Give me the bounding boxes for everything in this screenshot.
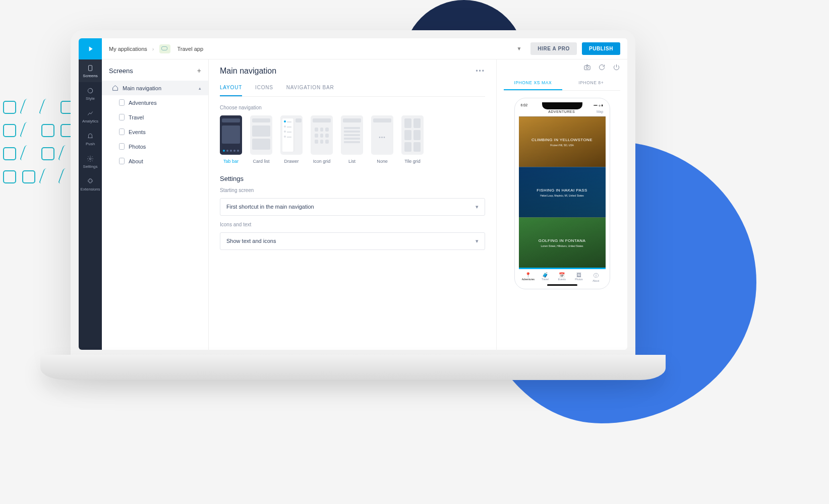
svg-rect-0 bbox=[89, 66, 92, 71]
tree-item-travel[interactable]: Travel bbox=[102, 110, 208, 124]
home-icon bbox=[112, 85, 119, 91]
refresh-icon[interactable] bbox=[598, 64, 606, 71]
tabbar-events: 📅Events bbox=[554, 272, 571, 282]
device-preview: 6:02 ••• ⏚ ▮ ADVENTURES Map CLIMBING IN … bbox=[514, 98, 610, 289]
tab-layout[interactable]: LAYOUT bbox=[220, 85, 242, 96]
chevron-down-icon[interactable]: ▼ bbox=[516, 46, 521, 51]
analytics-icon bbox=[79, 110, 102, 117]
screen-icon bbox=[119, 99, 125, 106]
info-icon: ⓘ bbox=[587, 272, 605, 279]
tabbar-adventures: 📍Adventures bbox=[520, 272, 537, 282]
tree-item-main-navigation[interactable]: Main navigation ▴ bbox=[102, 81, 208, 95]
icons-text-label: Icons and text bbox=[220, 222, 485, 227]
device-header-title: ADVENTURES bbox=[527, 110, 597, 113]
nav-option-drawer[interactable]: Drawer bbox=[280, 115, 303, 164]
rail-analytics[interactable]: Analytics bbox=[79, 105, 102, 128]
preview-card: CLIMBING IN YELLOWSTONE Frozen Hill, SD,… bbox=[519, 116, 606, 167]
gear-icon bbox=[79, 155, 102, 162]
rail-screens[interactable]: Screens bbox=[79, 59, 102, 82]
starting-screen-select[interactable]: First shortcut in the main navigation ▾ bbox=[220, 198, 485, 216]
more-menu-icon[interactable]: ••• bbox=[476, 68, 485, 75]
screen-icon bbox=[119, 129, 125, 135]
camera-icon[interactable] bbox=[583, 64, 591, 71]
settings-title: Settings bbox=[220, 175, 485, 182]
tree-item-about[interactable]: About bbox=[102, 154, 208, 168]
screens-title: Screens bbox=[109, 67, 133, 75]
rail-style[interactable]: Style bbox=[79, 82, 102, 105]
breadcrumb: My applications › Travel app bbox=[102, 44, 203, 53]
device-time: 6:02 bbox=[521, 103, 528, 107]
screens-icon bbox=[79, 65, 102, 72]
publish-button[interactable]: PUBLISH bbox=[582, 42, 620, 55]
preview-tab-iphone-8-plus[interactable]: IPHONE 8+ bbox=[562, 77, 621, 90]
bag-icon: 🧳 bbox=[537, 272, 554, 278]
tree-item-adventures[interactable]: Adventures bbox=[102, 95, 208, 110]
style-icon bbox=[79, 87, 102, 94]
power-icon[interactable] bbox=[613, 64, 620, 71]
calendar-icon: 📅 bbox=[554, 272, 571, 278]
icons-text-select[interactable]: Show text and icons ▾ bbox=[220, 232, 485, 250]
sidebar-rail: Screens Style Analytics Push Settings bbox=[79, 59, 102, 350]
screen-icon bbox=[119, 158, 125, 164]
photo-icon: 🖼 bbox=[570, 272, 587, 278]
breadcrumb-app[interactable]: Travel app bbox=[177, 46, 204, 52]
tabbar-photos: 🖼Photos bbox=[570, 272, 587, 282]
device-header-map: Map bbox=[597, 110, 604, 113]
preview-card: GOLFING IN FONTANA Lorem Street, Hillsbo… bbox=[519, 217, 606, 269]
device-tabbar: 📍Adventures 🧳Travel 📅Events 🖼Photos ⓘAbo… bbox=[519, 269, 606, 282]
nav-option-icon-grid[interactable]: Icon grid bbox=[311, 115, 333, 164]
nav-option-list[interactable]: List bbox=[341, 115, 363, 164]
screen-icon bbox=[119, 143, 125, 150]
chevron-down-icon: ▾ bbox=[476, 204, 479, 210]
tree-item-photos[interactable]: Photos bbox=[102, 139, 208, 154]
push-icon bbox=[79, 133, 102, 140]
extensions-icon bbox=[79, 178, 102, 185]
page-title: Main navigation bbox=[220, 67, 276, 76]
rail-push[interactable]: Push bbox=[79, 128, 102, 150]
tab-navigation-bar[interactable]: NAVIGATION BAR bbox=[286, 85, 334, 96]
add-screen-button[interactable]: + bbox=[197, 67, 201, 75]
preview-tab-iphone-xs-max[interactable]: IPHONE XS MAX bbox=[504, 77, 562, 90]
nav-option-tile-grid[interactable]: Tile grid bbox=[401, 115, 424, 164]
tree-item-events[interactable]: Events bbox=[102, 124, 208, 139]
status-icons: ••• ⏚ ▮ bbox=[594, 103, 603, 107]
breadcrumb-root[interactable]: My applications bbox=[109, 46, 147, 52]
nav-option-none[interactable]: ••• None bbox=[371, 115, 393, 164]
nav-option-tab-bar[interactable]: Tab bar bbox=[220, 115, 242, 164]
tabbar-travel: 🧳Travel bbox=[537, 272, 554, 282]
nav-option-card-list[interactable]: Card list bbox=[250, 115, 272, 164]
hire-a-pro-button[interactable]: HIRE A PRO bbox=[530, 42, 577, 55]
app-logo[interactable] bbox=[79, 38, 102, 59]
preview-card: FISHING IN HAKAI PASS Hakai Loop, Mepist… bbox=[519, 167, 606, 217]
choose-navigation-label: Choose navigation bbox=[220, 105, 485, 110]
rail-extensions[interactable]: Extensions bbox=[79, 173, 102, 196]
svg-point-4 bbox=[586, 67, 588, 69]
tabbar-about: ⓘAbout bbox=[587, 272, 605, 282]
chevron-down-icon: ▾ bbox=[476, 238, 479, 244]
starting-screen-label: Starting screen bbox=[220, 187, 485, 193]
pin-icon: 📍 bbox=[520, 272, 537, 278]
screen-icon bbox=[119, 114, 125, 120]
tab-icons[interactable]: ICONS bbox=[255, 85, 273, 96]
rail-settings[interactable]: Settings bbox=[79, 150, 102, 173]
svg-point-2 bbox=[89, 158, 91, 160]
caret-up-icon: ▴ bbox=[199, 86, 201, 91]
app-icon bbox=[159, 44, 170, 53]
